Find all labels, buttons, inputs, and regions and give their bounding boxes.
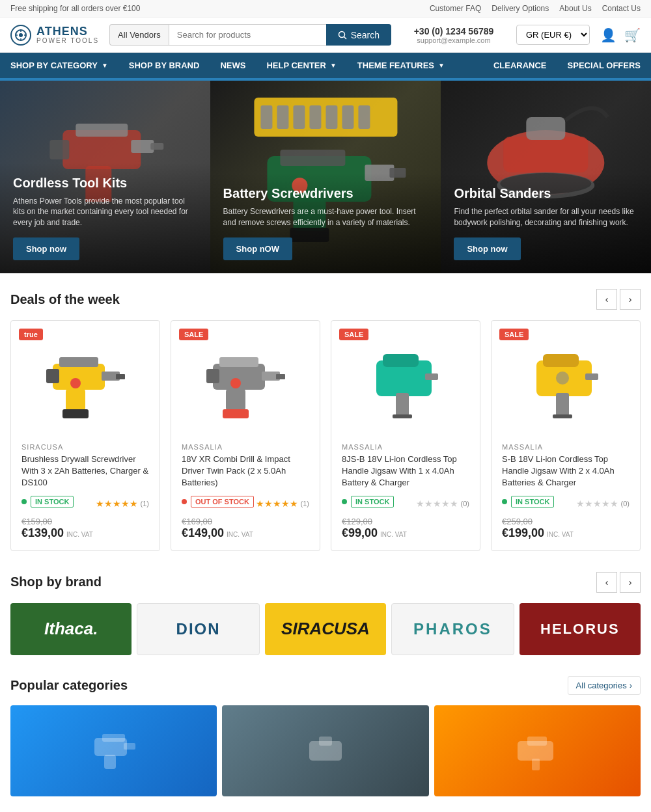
product-stock-1: IN STOCK — [21, 496, 74, 508]
search-input[interactable] — [169, 24, 326, 46]
svg-rect-49 — [223, 409, 249, 418]
hero-desc-3: Find the perfect orbital sander for all … — [454, 206, 638, 228]
svg-rect-10 — [49, 140, 69, 159]
brands-next-arrow[interactable]: › — [620, 572, 641, 593]
stock-dot-3 — [342, 499, 347, 504]
brands-nav-arrows: ‹ › — [596, 572, 641, 593]
category-img-2[interactable] — [222, 705, 428, 796]
price-row-2: €149,00 INC. VAT — [182, 526, 309, 540]
svg-rect-32 — [527, 117, 566, 140]
stars-empty-3: ★★★★★ — [416, 498, 458, 509]
brand-card-helorus[interactable]: HELORUS — [519, 603, 641, 655]
hero-btn-2[interactable]: Shop nOW — [223, 237, 292, 260]
customer-faq-link[interactable]: Customer FAQ — [430, 4, 481, 13]
brand-name-siracusa: SIRACUSA — [281, 619, 370, 639]
hero-btn-1[interactable]: Shop now — [13, 237, 79, 260]
product-card-3[interactable]: SALE MASSALIA 8JS-B 18V Li-ion Cordless … — [331, 320, 480, 551]
chevron-down-icon: ▼ — [330, 62, 337, 69]
nav-shop-by-category[interactable]: SHOP BY CATEGORY ▼ — [0, 53, 118, 78]
product-screwdriver-img — [43, 344, 128, 422]
nav-shop-by-brand[interactable]: SHOP BY BRAND — [118, 53, 210, 78]
header: ATHENS POWER TOOLS All Vendors Search +3… — [0, 18, 651, 53]
top-bar-links: Customer FAQ Delivery Options About Us C… — [430, 4, 641, 13]
new-price-3: €99,00 — [342, 526, 378, 540]
contact-phone: +30 (0) 1234 56789 — [402, 26, 506, 36]
search-btn-label: Search — [351, 30, 380, 40]
price-row-4: €199,00 INC. VAT — [502, 526, 630, 540]
hero-card-3[interactable]: Orbital Sanders Find the perfect orbital… — [441, 78, 651, 273]
category-img-1[interactable] — [10, 705, 217, 796]
contact-info: +30 (0) 1234 56789 support@example.com — [402, 26, 506, 44]
deals-next-arrow[interactable]: › — [620, 289, 641, 310]
product-card-2[interactable]: SALE MASSALIA 18V XR Combi Drill & Impac… — [171, 320, 320, 551]
logo[interactable]: ATHENS POWER TOOLS — [10, 25, 99, 46]
category-images — [10, 705, 641, 796]
chevron-down-icon: ▼ — [438, 62, 445, 69]
category-saw-icon — [511, 725, 563, 777]
product-rating-4: ★★★★★ (0) — [576, 498, 630, 509]
nav-special-offers[interactable]: SPECIAL OFFERS — [557, 53, 651, 78]
product-img-4 — [502, 331, 630, 435]
svg-rect-22 — [358, 105, 370, 129]
free-shipping-label: Free shipping for all orders over €100 — [10, 4, 140, 13]
hero-title-3: Orbital Sanders — [454, 186, 638, 201]
brands-grid: Ithaca. DION SIRACUSA PHAROS HELORUS — [10, 603, 641, 655]
category-img-3[interactable] — [434, 705, 641, 796]
currency-selector[interactable]: GR (EUR €) — [516, 25, 590, 45]
hero-title-2: Battery Screwdrivers — [223, 186, 428, 201]
nav-clearance[interactable]: CLEARANCE — [483, 53, 557, 78]
product-brand-1: SIRACUSA — [21, 443, 149, 451]
brand-card-ithaca[interactable]: Ithaca. — [10, 603, 132, 655]
all-categories-link[interactable]: All categories › — [568, 676, 641, 695]
svg-rect-45 — [206, 369, 219, 383]
svg-rect-24 — [280, 150, 345, 166]
category-tool-icon — [299, 725, 352, 777]
contact-us-link[interactable]: Contact Us — [602, 4, 641, 13]
stock-dot-1 — [21, 499, 27, 504]
svg-rect-65 — [124, 743, 135, 750]
deals-section: Deals of the week ‹ › true SI — [0, 273, 651, 567]
svg-rect-63 — [102, 734, 125, 742]
svg-rect-41 — [62, 409, 89, 418]
hero-content-2: Battery Screwdrivers Battery Screwdriver… — [210, 173, 441, 273]
nav-theme-features[interactable]: THEME FEATURES ▼ — [347, 53, 455, 78]
stock-rating-2: OUT OF STOCK ★★★★★ (1) — [182, 496, 309, 511]
nav-help-center[interactable]: HELP CENTER ▼ — [256, 53, 346, 78]
product-card-4[interactable]: SALE MASSALIA S-B 18V Li-ion Cordless To… — [491, 320, 641, 551]
sale-badge-4: SALE — [499, 329, 529, 340]
search-button[interactable]: Search — [326, 24, 391, 46]
delivery-options-link[interactable]: Delivery Options — [492, 4, 549, 13]
svg-rect-52 — [383, 354, 419, 367]
product-img-3 — [342, 331, 469, 435]
svg-point-61 — [556, 372, 569, 385]
brand-name-dion: DION — [176, 620, 221, 638]
about-us-link[interactable]: About Us — [559, 4, 591, 13]
stock-label-4: IN STOCK — [511, 496, 554, 508]
hero-btn-3[interactable]: Shop now — [454, 237, 520, 260]
nav-left: SHOP BY CATEGORY ▼ SHOP BY BRAND NEWS HE… — [0, 53, 483, 78]
cart-icon[interactable]: 🛒 — [624, 27, 641, 43]
stars-2: ★★★★★ — [256, 498, 298, 509]
brands-prev-arrow[interactable]: ‹ — [596, 572, 617, 593]
deals-nav-arrows: ‹ › — [596, 289, 641, 310]
vendor-select[interactable]: All Vendors — [109, 24, 169, 46]
deals-prev-arrow[interactable]: ‹ — [596, 289, 617, 310]
brand-card-siracusa[interactable]: SIRACUSA — [265, 603, 386, 655]
hero-top-bar-1 — [0, 78, 210, 81]
account-icon[interactable]: 👤 — [600, 27, 616, 43]
svg-rect-60 — [585, 373, 598, 380]
product-card-1[interactable]: true SIRACUSA Brushless Drywall Screwdri… — [10, 320, 160, 551]
product-prices-4: €259,00 €199,00 INC. VAT — [502, 517, 630, 540]
brand-card-pharos[interactable]: PHAROS — [391, 603, 514, 655]
stock-label-3: IN STOCK — [351, 496, 394, 508]
hero-card-2[interactable]: Battery Screwdrivers Battery Screwdriver… — [210, 78, 441, 273]
hero-card-1[interactable]: Cordless Tool Kits Athens Power Tools pr… — [0, 78, 210, 273]
new-price-4: €199,00 — [502, 526, 544, 540]
svg-rect-17 — [277, 105, 288, 129]
nav-news[interactable]: NEWS — [210, 53, 256, 78]
brand-card-dion[interactable]: DION — [137, 603, 259, 655]
product-stock-3: IN STOCK — [342, 496, 394, 508]
svg-point-1 — [19, 33, 23, 37]
deals-header: Deals of the week ‹ › — [10, 289, 641, 310]
svg-point-50 — [230, 378, 241, 388]
